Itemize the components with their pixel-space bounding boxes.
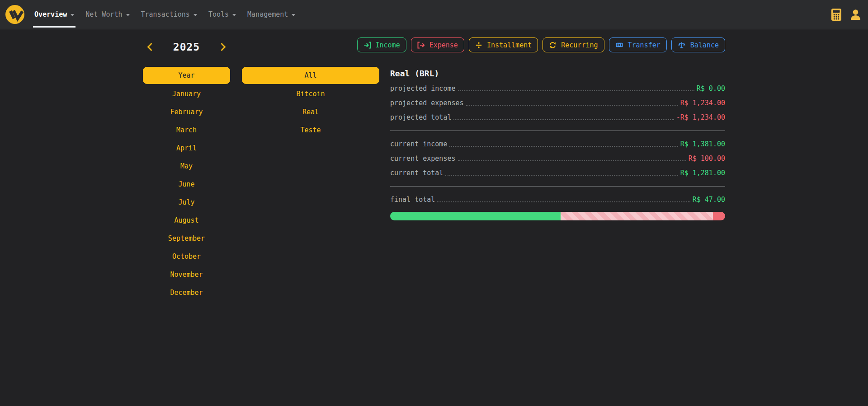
nav-item-label: Overview	[34, 10, 67, 19]
year-filter-button[interactable]: Year	[143, 67, 230, 84]
nav-item-label: Net Worth	[85, 10, 122, 19]
income-button[interactable]: Income	[357, 37, 406, 52]
all-accounts-button[interactable]: All	[242, 67, 379, 84]
navbar-right	[831, 8, 862, 21]
nav-item-overview[interactable]: Overview	[33, 0, 75, 29]
row-label: final total	[390, 196, 435, 204]
month-link-january[interactable]: January	[143, 85, 230, 103]
installment-button[interactable]: Installment	[469, 37, 538, 52]
chevron-down-icon	[71, 14, 74, 16]
calculator-icon[interactable]	[831, 8, 842, 21]
row-value: R$ 1,281.00	[680, 169, 725, 177]
progress-current-expenses-segment	[713, 212, 725, 220]
year-navigation: 2025	[143, 40, 230, 54]
month-link-july[interactable]: July	[143, 193, 230, 211]
month-link-february[interactable]: February	[143, 103, 230, 121]
nav-item-label: Tools	[208, 10, 229, 19]
account-link-teste[interactable]: Teste	[242, 121, 379, 139]
button-label: Expense	[429, 41, 458, 49]
row-value: R$ 100.00	[689, 154, 725, 163]
dotted-leader	[466, 105, 678, 106]
nav-item-label: Management	[247, 10, 288, 19]
sign-in-icon	[363, 42, 371, 49]
nav-item-management[interactable]: Management	[246, 0, 297, 29]
dotted-leader	[458, 160, 686, 161]
month-link-may[interactable]: May	[143, 157, 230, 175]
chevron-down-icon	[292, 14, 295, 16]
recurring-button[interactable]: Recurring	[542, 37, 604, 52]
row-value: R$ 0.00	[697, 84, 725, 93]
nav-item-net-worth[interactable]: Net Worth	[84, 0, 131, 29]
chevron-right-icon	[221, 43, 226, 51]
summary-panel: Income Expense Installment	[390, 37, 725, 220]
row-value: R$ 1,234.00	[680, 99, 725, 107]
main-nav: Overview Net Worth Transactions Tools Ma…	[33, 0, 297, 29]
transfer-button[interactable]: Transfer	[609, 37, 667, 52]
chevron-down-icon	[193, 14, 197, 16]
row-label: current total	[390, 169, 443, 177]
dotted-leader	[453, 119, 674, 120]
divide-icon	[475, 42, 482, 49]
chevron-down-icon	[232, 14, 236, 16]
button-label: Installment	[487, 41, 532, 49]
scale-icon	[678, 41, 686, 49]
summary-row-current-expenses: current expenses R$ 100.00	[390, 151, 725, 166]
month-link-june[interactable]: June	[143, 175, 230, 193]
summary-row-projected-expenses: projected expenses R$ 1,234.00	[390, 96, 725, 110]
progress-income-segment	[390, 212, 561, 220]
chevron-left-icon	[146, 43, 152, 51]
period-panel: 2025 Year January February March April M…	[143, 40, 379, 302]
dotted-leader	[445, 175, 678, 176]
expense-button[interactable]: Expense	[411, 37, 464, 52]
progress-bar	[390, 212, 725, 220]
month-filter-column: Year January February March April May Ju…	[143, 67, 230, 302]
month-link-november[interactable]: November	[143, 266, 230, 284]
summary-row-current-income: current income R$ 1,381.00	[390, 137, 725, 151]
user-icon[interactable]	[849, 9, 862, 21]
summary-row-final-total: final total R$ 47.00	[390, 192, 725, 207]
nav-item-transactions[interactable]: Transactions	[140, 0, 198, 29]
account-filter-column: All Bitcoin Real Teste	[242, 67, 379, 302]
row-label: projected expenses	[390, 99, 464, 107]
summary-row-current-total: current total R$ 1,281.00	[390, 166, 725, 180]
next-year-button[interactable]	[220, 42, 227, 52]
row-label: current income	[390, 140, 447, 148]
month-list: January February March April May June Ju…	[143, 85, 230, 302]
month-link-march[interactable]: March	[143, 121, 230, 139]
summary-title: Real (BRL)	[390, 69, 725, 78]
month-link-september[interactable]: September	[143, 229, 230, 247]
dotted-leader	[437, 201, 690, 202]
account-link-bitcoin[interactable]: Bitcoin	[242, 85, 379, 103]
button-label: Balance	[690, 41, 719, 49]
nav-item-tools[interactable]: Tools	[207, 0, 237, 29]
month-link-december[interactable]: December	[143, 284, 230, 302]
summary-row-projected-total: projected total -R$ 1,234.00	[390, 110, 725, 125]
button-label: Transfer	[628, 41, 660, 49]
app-logo[interactable]	[5, 5, 24, 24]
month-link-august[interactable]: August	[143, 211, 230, 229]
dotted-leader	[449, 146, 678, 147]
dotted-leader	[458, 90, 694, 91]
month-link-october[interactable]: October	[143, 247, 230, 266]
year-label: 2025	[173, 41, 200, 53]
prev-year-button[interactable]	[146, 42, 153, 52]
divider	[390, 186, 725, 187]
navbar: Overview Net Worth Transactions Tools Ma…	[0, 0, 868, 29]
filter-columns: Year January February March April May Ju…	[143, 67, 379, 302]
nav-item-label: Transactions	[141, 10, 190, 19]
row-label: projected income	[390, 84, 456, 93]
month-link-april[interactable]: April	[143, 139, 230, 157]
account-link-real[interactable]: Real	[242, 103, 379, 121]
row-label: projected total	[390, 113, 451, 121]
button-label: Income	[376, 41, 400, 49]
sign-out-icon	[417, 42, 425, 49]
main-content: 2025 Year January February March April M…	[0, 29, 868, 406]
account-list: Bitcoin Real Teste	[242, 85, 379, 139]
balance-button[interactable]: Balance	[671, 37, 725, 52]
summary-rows: projected income R$ 0.00 projected expen…	[390, 81, 725, 207]
chevron-down-icon	[126, 14, 130, 16]
row-value: R$ 1,381.00	[680, 140, 725, 148]
summary-row-projected-income: projected income R$ 0.00	[390, 81, 725, 96]
money-transfer-icon	[615, 42, 623, 48]
row-value: R$ 47.00	[693, 196, 725, 204]
